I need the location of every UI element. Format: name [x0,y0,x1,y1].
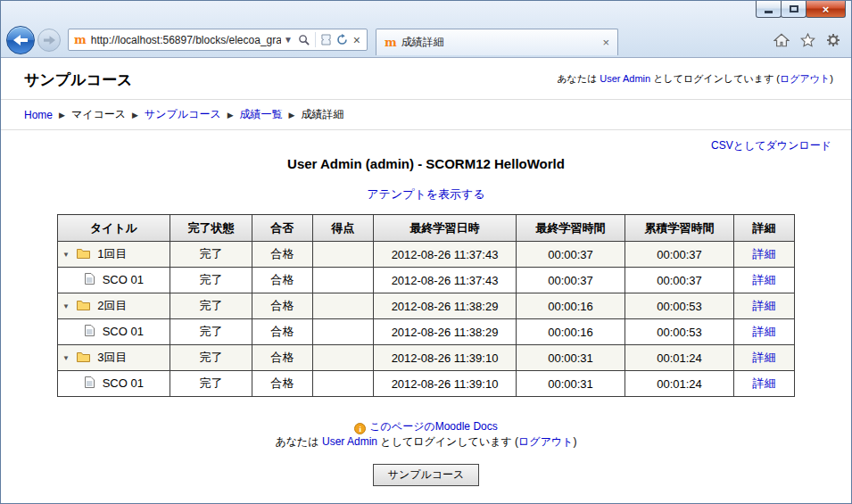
row-title: SCO 01 [103,376,144,390]
back-button[interactable] [6,26,35,54]
minimize-button[interactable] [756,1,782,18]
cell-last-time: 00:00:16 [517,319,625,345]
table-row-sco: SCO 01 完了 合格 2012-08-26 11:37:43 00:00:3… [58,268,795,293]
row-title: SCO 01 [103,325,144,338]
refresh-icon[interactable] [336,34,348,45]
col-status: 完了状態 [170,215,252,242]
user-profile-link[interactable]: User Admin [322,435,377,448]
breadcrumb-separator-icon: ▶ [59,111,65,120]
favorites-star-button[interactable] [800,33,815,47]
detail-link[interactable]: 詳細 [753,273,776,286]
collapse-toggle-icon[interactable]: ▼ [62,302,70,310]
cell-last-time: 00:00:37 [517,242,625,268]
document-icon [85,273,95,287]
login-prefix: あなたは [557,73,597,84]
cell-passfail: 合格 [252,268,313,293]
cell-last-date: 2012-08-26 11:37:43 [374,268,517,293]
address-input[interactable]: http://localhost:56897/blocks/elecoa_gra… [91,34,281,46]
cell-last-date: 2012-08-26 11:39:10 [374,345,517,371]
titlebar: × [1,1,851,24]
document-icon [85,376,95,391]
collapse-toggle-icon[interactable]: ▼ [62,354,70,362]
cell-total-time: 00:00:37 [625,268,734,293]
maximize-button[interactable] [781,1,807,18]
moodle-favicon-icon: m [74,34,87,45]
col-last-time: 最終学習時間 [517,215,625,242]
forward-arrow-icon [44,36,55,45]
detail-link[interactable]: 詳細 [753,247,776,260]
cell-last-time: 00:00:37 [517,268,625,293]
cell-status: 完了 [170,242,252,268]
address-separator [315,32,316,47]
page-footer: iこのページのMoodle Docs あなたは User Admin としてログ… [1,419,851,486]
paren-close: ) [830,73,833,84]
detail-link[interactable]: 詳細 [753,351,776,364]
settings-gear-button[interactable] [826,33,840,47]
collapse-toggle-icon[interactable]: ▼ [62,251,70,259]
stop-icon[interactable]: × [353,34,360,46]
page-header: サンプルコース あなたは User Admin としてログインしています (ログ… [1,58,851,99]
login-info: あなたは User Admin としてログインしています (ログアウト) [557,72,833,86]
browser-chrome: × m http://localhost:56897/blocks/elecoa… [1,1,851,58]
tab-grade-details[interactable]: m 成績詳細 × [376,29,618,55]
forward-button[interactable] [37,29,61,52]
page-content: サンプルコース あなたは User Admin としてログインしています (ログ… [1,58,851,503]
login-suffix: としてログインしています [653,73,773,84]
cell-total-time: 00:01:24 [625,371,734,397]
attempts-row: アテンプトを表示する [1,186,851,202]
course-button[interactable]: サンプルコース [373,464,480,486]
row-title: 3回目 [97,351,127,364]
breadcrumb-separator-icon: ▶ [289,111,295,120]
cell-score [313,319,374,345]
detail-link[interactable]: 詳細 [753,376,776,390]
cell-passfail: 合格 [252,371,313,397]
cell-last-date: 2012-08-26 11:38:29 [374,319,517,345]
report-title: User Admin (admin) - SCORM12 HelloWorld [1,156,851,171]
cell-score [313,293,374,319]
col-total-time: 累積学習時間 [625,215,734,242]
cell-passfail: 合格 [252,242,313,268]
compatibility-view-icon[interactable] [321,34,331,45]
address-bar[interactable]: m http://localhost:56897/blocks/elecoa_g… [68,29,368,51]
show-attempts-link[interactable]: アテンプトを表示する [367,187,484,201]
detail-link[interactable]: 詳細 [753,299,776,312]
home-button[interactable] [773,33,790,47]
row-title: 2回目 [97,299,127,312]
cell-last-time: 00:00:31 [517,371,625,397]
csv-download-link[interactable]: CSVとしてダウンロード [711,139,831,152]
login-prefix: あなたは [276,435,319,448]
logout-link[interactable]: ログアウト [780,73,830,84]
window-controls: × [757,1,846,18]
moodle-docs-link[interactable]: このページのMoodle Docs [369,420,497,433]
cell-passfail: 合格 [252,293,313,319]
breadcrumb-home-link[interactable]: Home [24,109,53,121]
cell-last-date: 2012-08-26 11:37:43 [374,242,517,268]
cell-status: 完了 [170,293,252,319]
cell-last-date: 2012-08-26 11:38:29 [374,293,517,319]
browser-window: × m http://localhost:56897/blocks/elecoa… [0,0,852,504]
cell-status: 完了 [170,268,252,293]
col-title: タイトル [58,215,170,242]
document-icon [85,325,95,339]
maximize-icon [790,5,798,12]
user-profile-link[interactable]: User Admin [600,73,650,84]
detail-link[interactable]: 詳細 [753,325,776,338]
cell-total-time: 00:00:37 [625,242,734,268]
folder-icon [77,248,90,261]
cell-total-time: 00:00:53 [625,319,734,345]
cell-passfail: 合格 [252,319,313,345]
cell-score [313,242,374,268]
page-title: サンプルコース [24,70,132,90]
close-button[interactable]: × [806,1,846,18]
tab-favicon-icon: m [385,37,397,48]
logout-link[interactable]: ログアウト [518,435,573,448]
breadcrumb-course-link[interactable]: サンプルコース [145,107,221,122]
cell-last-date: 2012-08-26 11:39:10 [374,371,517,397]
moodle-docs-line: iこのページのMoodle Docs [1,419,851,434]
address-dropdown-icon[interactable]: ▼ [284,35,293,45]
breadcrumb-gradelist-link[interactable]: 成績一覧 [240,107,283,122]
breadcrumb: Home ▶ マイコース ▶ サンプルコース ▶ 成績一覧 ▶ 成績詳細 [1,99,851,130]
table-row-attempt-3: ▼ 3回目 完了 合格 2012-08-26 11:39:10 00:00:31… [58,345,795,371]
search-icon[interactable] [298,34,310,45]
tab-close-icon[interactable]: × [600,36,611,49]
